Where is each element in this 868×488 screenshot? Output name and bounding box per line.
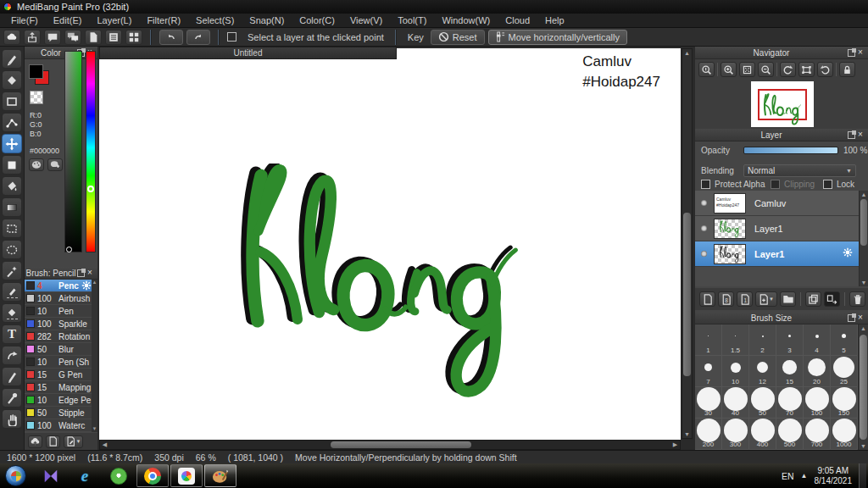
trash-icon[interactable] [849, 291, 865, 307]
palette-icon[interactable] [29, 158, 44, 171]
close-icon[interactable]: × [858, 130, 866, 139]
taskbar-medibang-paint[interactable] [204, 464, 236, 487]
brush-item-g-pen[interactable]: 15G Pen [25, 369, 92, 381]
menu-edit[interactable]: Edit(E) [46, 14, 90, 27]
brush-size-40[interactable]: 40 [722, 387, 749, 419]
show-desktop-button[interactable] [859, 463, 866, 488]
lock-icon[interactable] [839, 62, 855, 77]
menu-filter[interactable]: Filter(R) [139, 14, 188, 27]
brush-size-200[interactable]: 200 [695, 419, 722, 450]
clipping-checkbox[interactable] [771, 180, 780, 189]
control-point-tool[interactable] [2, 113, 22, 132]
popout-icon[interactable] [77, 269, 85, 277]
transparent-color-swatch[interactable] [30, 91, 43, 104]
brush-size-2[interactable]: 2 [749, 324, 776, 356]
brush-size-7[interactable]: 7 [695, 356, 722, 387]
opacity-slider[interactable] [743, 147, 838, 154]
clipping-option[interactable]: Clipping [771, 180, 823, 189]
blending-dropdown[interactable]: Normal▼ [743, 164, 856, 177]
layer-visibility-icon[interactable] [701, 251, 707, 257]
menu-snap[interactable]: Snap(N) [242, 14, 292, 27]
select-layer-checkbox[interactable] [227, 32, 236, 42]
shape-tool[interactable] [2, 92, 22, 111]
scroll-thumb[interactable] [683, 213, 691, 376]
brush-item-stipple[interactable]: 50Stipple [25, 407, 92, 419]
brush-size-12[interactable]: 12 [749, 356, 776, 387]
brush-size-400[interactable]: 400 [749, 419, 776, 450]
brush-item-waterc[interactable]: 100Waterc [25, 419, 92, 432]
menu-file[interactable]: File(F) [3, 14, 46, 27]
menu-view[interactable]: View(V) [342, 14, 390, 27]
popout-icon[interactable] [848, 49, 855, 57]
text-tool[interactable]: T [2, 324, 22, 344]
hand-tool[interactable] [2, 409, 22, 429]
export-icon[interactable] [24, 30, 41, 45]
brush-size-100[interactable]: 100 [804, 387, 831, 419]
scroll-thumb[interactable] [860, 335, 867, 440]
brush-item-airbrush[interactable]: 100Airbrush [25, 292, 92, 305]
undo-button[interactable] [159, 30, 183, 45]
brush-size-30[interactable]: 30 [695, 387, 722, 419]
brush-item-rotation[interactable]: 282Rotation [25, 330, 92, 343]
material-grid-icon[interactable] [125, 30, 142, 45]
popout-icon[interactable] [848, 131, 855, 139]
scroll-down-icon[interactable]: ▼ [682, 430, 692, 438]
layer-row-layer1[interactable]: Layer1 [695, 241, 859, 267]
taskbar-medibang-launcher[interactable] [170, 464, 203, 487]
saturation-value-box[interactable] [64, 51, 82, 252]
layer-scrollbar[interactable]: ▲▼ [859, 191, 868, 286]
canvas-horizontal-scrollbar[interactable]: ◀ ▶ [99, 440, 681, 450]
menu-layer[interactable]: Layer(L) [89, 14, 139, 27]
taskbar-chrome[interactable] [136, 464, 169, 487]
document-icon[interactable] [85, 30, 102, 45]
eraser-tool[interactable] [2, 70, 22, 90]
taskbar-coccoc[interactable] [103, 464, 135, 487]
move-tool[interactable] [2, 134, 22, 153]
menu-color[interactable]: Color(C) [292, 14, 342, 27]
brush-size-4[interactable]: 4 [804, 324, 831, 356]
add-brush-icon[interactable] [46, 435, 60, 448]
zoom-original-icon[interactable] [698, 62, 715, 77]
language-indicator[interactable]: EN [782, 471, 794, 481]
select-eraser-tool[interactable] [2, 303, 22, 323]
layer-row-layer1[interactable]: Layer1 [695, 216, 859, 241]
brush-size-1[interactable]: 1 [695, 324, 722, 356]
navigator-view[interactable] [695, 80, 868, 129]
eyedropper-tool[interactable] [2, 388, 22, 408]
scroll-up-icon[interactable]: ▲ [682, 49, 692, 57]
tray-clock[interactable]: 9:05 AM 8/14/2021 [815, 466, 853, 486]
folder-icon[interactable] [780, 291, 796, 307]
document-tab[interactable]: Untitled [99, 47, 397, 59]
rotate-left-icon[interactable] [780, 62, 796, 77]
brush-size-3[interactable]: 3 [776, 324, 804, 356]
brush-size-10[interactable]: 10 [722, 356, 749, 387]
layer-row-camluv[interactable]: Camluv#Hoidap247Camluv [695, 191, 859, 216]
brush-item-pen[interactable]: 10Pen [25, 305, 92, 318]
taskbar-internet-explorer[interactable]: e [69, 464, 101, 487]
protect-alpha-option[interactable]: Protect Alpha [701, 180, 771, 189]
reset-rotation-icon[interactable] [817, 62, 833, 77]
show-hidden-icons[interactable]: ▲ [801, 472, 808, 480]
zoom-in-icon[interactable] [721, 62, 737, 77]
move-mode-button[interactable]: Move horizontally/vertically [488, 30, 627, 45]
close-icon[interactable]: × [858, 48, 866, 57]
new-8bit-layer-icon[interactable]: 8 [718, 291, 734, 307]
lock-option[interactable]: Lock [823, 180, 854, 189]
protect-alpha-checkbox[interactable] [701, 180, 710, 189]
brush-item-sparkle[interactable]: 100Sparkle [25, 318, 92, 330]
brush-size-5[interactable]: 5 [831, 324, 858, 356]
canvas[interactable]: Camluv #Hoidap247 [99, 48, 681, 440]
hue-bar[interactable] [86, 51, 96, 252]
reset-button[interactable]: Reset [431, 30, 485, 45]
redo-button[interactable] [186, 30, 210, 45]
comments-icon[interactable] [64, 30, 81, 45]
close-icon[interactable]: × [87, 269, 96, 277]
new-layer-icon[interactable] [699, 291, 715, 307]
scroll-right-icon[interactable]: ▶ [671, 441, 679, 449]
scroll-left-icon[interactable]: ◀ [101, 441, 108, 449]
cloud-brush-icon[interactable] [28, 435, 42, 448]
close-icon[interactable]: × [858, 313, 866, 322]
select-tool[interactable] [2, 219, 22, 238]
comment-icon[interactable] [44, 30, 61, 45]
lock-checkbox[interactable] [823, 180, 832, 189]
